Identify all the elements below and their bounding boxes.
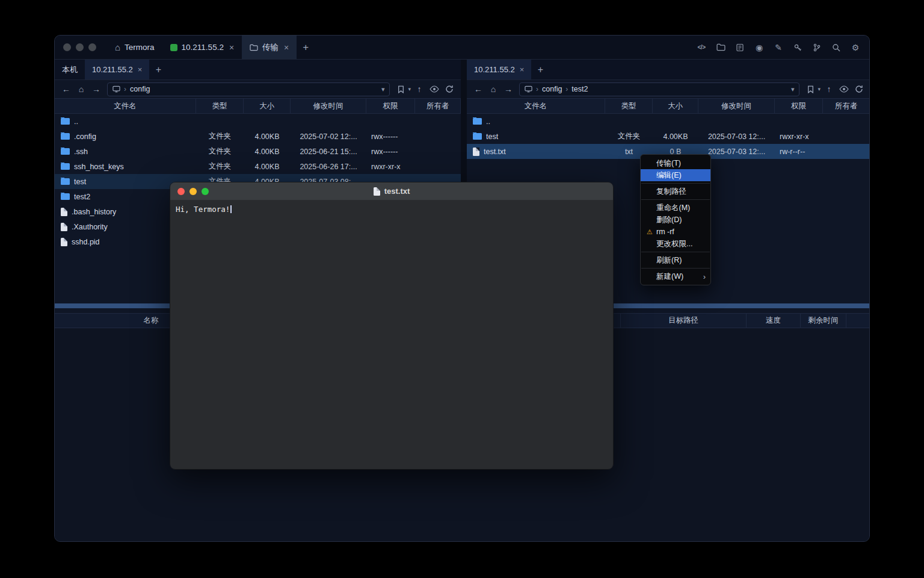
forward-icon[interactable]: → <box>90 82 103 96</box>
log-icon[interactable] <box>735 42 745 53</box>
menu-item-delete[interactable]: 删除(D) <box>641 214 710 226</box>
tab-remote-host[interactable]: 10.211.55.2 × <box>467 60 531 79</box>
close-window-icon[interactable] <box>177 188 185 195</box>
parent-directory-icon[interactable]: ↑ <box>413 82 426 96</box>
search-icon[interactable] <box>831 42 842 53</box>
file-row[interactable]: ssh_host_keys 文件夹 4.00KB 2025-06-26 17:.… <box>55 159 461 174</box>
column-header-name[interactable]: 文件名 <box>467 99 605 113</box>
parent-directory-icon[interactable]: ↑ <box>822 82 836 96</box>
file-row[interactable]: .ssh 文件夹 4.00KB 2025-06-21 15:... rwx---… <box>55 144 461 159</box>
submenu-arrow-icon: › <box>703 272 706 281</box>
pencil-icon[interactable]: ✎ <box>773 42 784 53</box>
chevron-down-icon[interactable]: ▾ <box>791 85 795 93</box>
refresh-icon[interactable] <box>443 82 456 96</box>
file-name: ssh_host_keys <box>74 163 124 171</box>
file-name: .Xauthority <box>72 223 108 231</box>
right-pane-tabs: 10.211.55.2 × + <box>467 60 870 80</box>
editor-content[interactable]: Hi, Termora! <box>170 200 613 469</box>
file-row[interactable]: test 文件夹 4.00KB 2025-07-03 12:... rwxr-x… <box>467 129 870 144</box>
menu-item-refresh[interactable]: 刷新(R) <box>641 254 710 266</box>
close-icon[interactable]: × <box>138 65 143 74</box>
computer-icon <box>112 85 120 93</box>
folder-icon <box>473 133 482 140</box>
code-icon[interactable]: </> <box>696 42 707 53</box>
file-row[interactable]: .. <box>55 114 461 129</box>
column-header-type[interactable]: 类型 <box>605 99 653 113</box>
tab-host[interactable]: 10.211.55.2 × <box>162 36 242 59</box>
column-header-speed[interactable]: 速度 <box>747 314 801 328</box>
file-type: 文件夹 <box>196 146 244 157</box>
column-header-size[interactable]: 大小 <box>653 99 698 113</box>
minimize-window-icon[interactable] <box>76 43 84 51</box>
column-header-perms[interactable]: 权限 <box>775 99 823 113</box>
file-table-header: 文件名 类型 大小 修改时间 权限 所有者 <box>55 98 461 114</box>
right-pane-toolbar: ← ⌂ → › config › test2 ▾ ▾ ↑ <box>467 80 870 98</box>
refresh-icon[interactable] <box>852 82 866 96</box>
breadcrumb-segment[interactable]: config <box>542 85 562 93</box>
home-icon[interactable]: ⌂ <box>75 82 88 96</box>
branch-icon[interactable] <box>812 42 822 53</box>
caret-down-icon[interactable]: ▾ <box>408 86 411 92</box>
close-window-icon[interactable] <box>63 43 71 51</box>
bookmark-icon[interactable] <box>804 82 817 96</box>
column-header-modified[interactable]: 修改时间 <box>698 99 775 113</box>
key-icon[interactable] <box>792 42 803 53</box>
tab-termora[interactable]: ⌂ Termora <box>107 36 162 59</box>
eye-icon[interactable] <box>428 82 441 96</box>
gear-icon[interactable]: ⚙ <box>850 42 861 53</box>
editor-titlebar[interactable]: test.txt <box>170 182 613 200</box>
menu-item-new[interactable]: 新建(W) › <box>641 270 710 282</box>
column-header-name[interactable]: 文件名 <box>55 99 196 113</box>
minimize-window-icon[interactable] <box>189 188 197 195</box>
file-type: 文件夹 <box>605 131 653 141</box>
breadcrumb-segment[interactable]: test2 <box>571 85 588 93</box>
column-header-perms[interactable]: 权限 <box>366 99 415 113</box>
editor-text: Hi, Termora! <box>176 205 230 214</box>
menu-item-edit[interactable]: 编辑(E) <box>641 169 710 181</box>
column-header-eta[interactable]: 剩余时间 <box>801 314 846 328</box>
column-header-target-path[interactable]: 目标路径 <box>620 314 747 328</box>
zoom-window-icon[interactable] <box>202 188 209 195</box>
close-icon[interactable]: × <box>229 43 234 52</box>
back-icon[interactable]: ← <box>60 82 73 96</box>
folder-icon <box>250 44 258 51</box>
file-row[interactable]: .config 文件夹 4.00KB 2025-07-02 12:... rwx… <box>55 129 461 144</box>
titlebar: ⌂ Termora 10.211.55.2 × 传输 × + <box>55 36 869 60</box>
column-header-size[interactable]: 大小 <box>244 99 291 113</box>
tab-remote-host[interactable]: 10.211.55.2 × <box>85 60 149 79</box>
file-row[interactable]: .. <box>467 114 870 129</box>
menu-item-transfer[interactable]: 传输(T) <box>641 157 710 169</box>
breadcrumb-segment[interactable]: config <box>130 85 150 93</box>
menu-item-rm-rf[interactable]: ⚠ rm -rf <box>641 226 710 238</box>
menu-separator <box>641 199 710 200</box>
folder-icon[interactable] <box>715 42 726 53</box>
tab-transfer[interactable]: 传输 × <box>242 36 297 59</box>
new-pane-tab-button[interactable]: + <box>531 60 549 79</box>
file-name: test <box>486 132 498 141</box>
new-tab-button[interactable]: + <box>297 36 315 59</box>
menu-item-chmod[interactable]: 更改权限... <box>641 238 710 250</box>
zoom-window-icon[interactable] <box>88 43 96 51</box>
tab-local[interactable]: 本机 <box>55 60 85 79</box>
menu-item-rename[interactable]: 重命名(M) <box>641 202 710 214</box>
breadcrumb-separator: › <box>536 85 538 93</box>
plus-icon: + <box>303 42 309 54</box>
forward-icon[interactable]: → <box>502 82 515 96</box>
eye-icon[interactable] <box>837 82 851 96</box>
breadcrumb[interactable]: › config ▾ <box>107 82 390 96</box>
caret-down-icon[interactable]: ▾ <box>818 86 821 92</box>
close-icon[interactable]: × <box>520 65 525 74</box>
record-icon[interactable]: ◉ <box>754 42 765 53</box>
column-header-owner[interactable]: 所有者 <box>823 99 870 113</box>
bookmark-icon[interactable] <box>394 82 407 96</box>
home-icon[interactable]: ⌂ <box>487 82 500 96</box>
menu-item-copy-path[interactable]: 复制路径 <box>641 185 710 197</box>
chevron-down-icon[interactable]: ▾ <box>381 85 385 93</box>
close-icon[interactable]: × <box>284 43 289 52</box>
column-header-owner[interactable]: 所有者 <box>415 99 461 113</box>
column-header-modified[interactable]: 修改时间 <box>291 99 366 113</box>
column-header-type[interactable]: 类型 <box>196 99 244 113</box>
back-icon[interactable]: ← <box>472 82 485 96</box>
new-pane-tab-button[interactable]: + <box>149 60 167 79</box>
breadcrumb[interactable]: › config › test2 ▾ <box>519 82 799 96</box>
